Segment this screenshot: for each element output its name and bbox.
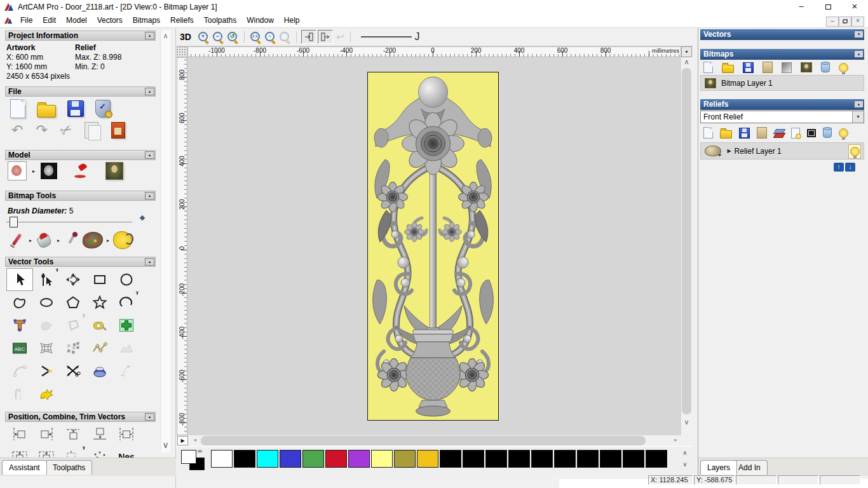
palette-swatch-8[interactable] xyxy=(394,450,416,468)
collapse-button[interactable]: ▲ xyxy=(854,50,864,58)
zoom-out-icon[interactable]: − xyxy=(212,30,225,44)
toggle-relief-visibility-icon[interactable] xyxy=(839,128,848,138)
bitmap-layer-row[interactable]: Bitmap Layer 1 xyxy=(700,75,864,91)
greyscale-model-icon[interactable] xyxy=(8,161,27,180)
mdi-restore-button[interactable] xyxy=(839,17,851,27)
text-block-tool[interactable]: ABC xyxy=(6,337,33,360)
delete-relief-layer-icon[interactable] xyxy=(823,128,832,138)
new-bitmap-layer-icon[interactable] xyxy=(703,62,713,73)
relief-texture-icon[interactable] xyxy=(757,127,767,139)
scroll-left-icon[interactable]: < xyxy=(190,436,201,445)
relief-layer-row[interactable]: + ▶ Relief Layer 1 xyxy=(700,142,864,159)
palette-swatch-2[interactable] xyxy=(257,450,278,468)
pan-back-icon-disabled[interactable]: ↩ xyxy=(336,29,344,44)
palette-swatch-9[interactable] xyxy=(417,450,438,468)
vertical-scrollbar[interactable]: ∧ ∨ xyxy=(681,57,692,435)
mdi-minimize-button[interactable]: – xyxy=(826,17,839,27)
tab-toolpaths[interactable]: Toolpaths xyxy=(46,460,92,475)
flyout-arrow-icon[interactable]: ▸ xyxy=(57,238,60,243)
menu-file[interactable]: File xyxy=(15,14,37,27)
scroll-down-icon[interactable]: ∨ xyxy=(682,418,691,426)
palette-swatch-19[interactable] xyxy=(646,450,667,468)
paint-icon[interactable] xyxy=(9,232,25,248)
redo-icon[interactable]: ↷ xyxy=(36,123,47,138)
colour-palette-icon[interactable] xyxy=(83,232,103,248)
relief-select-dropdown[interactable]: Front Relief ▼ xyxy=(700,111,864,123)
horizontal-scrollbar-thumb[interactable] xyxy=(201,436,646,445)
page-forward-button[interactable]: ▶ xyxy=(177,436,188,445)
nesting-tool[interactable]: Nes xyxy=(113,446,140,458)
paste-icon[interactable] xyxy=(85,122,98,139)
create-rectangle-tool[interactable] xyxy=(86,268,113,291)
palette-swatch-14[interactable] xyxy=(531,450,553,468)
tab-layers[interactable]: Layers xyxy=(700,460,737,475)
palette-scroll-down-icon[interactable]: ∨ xyxy=(680,461,690,468)
ruler-units-dropdown[interactable]: ▼ xyxy=(681,46,692,57)
dropdown-icon[interactable]: ▼ xyxy=(852,111,864,123)
ruler-origin-button[interactable] xyxy=(177,46,187,57)
palette-swatch-4[interactable] xyxy=(302,450,324,468)
palette-swatch-18[interactable] xyxy=(623,450,644,468)
offset-vector-tool-disabled[interactable] xyxy=(60,314,86,337)
collapse-button[interactable]: ▲ xyxy=(145,32,154,39)
brush-diameter-slider-track[interactable] xyxy=(6,222,132,222)
palette-swatch-15[interactable] xyxy=(554,450,576,468)
horizontal-scrollbar[interactable]: ▶ < > xyxy=(176,435,681,446)
greyscale-icon[interactable] xyxy=(782,62,792,73)
save-relief-layer-icon[interactable] xyxy=(739,128,750,139)
create-star-tool[interactable] xyxy=(86,291,113,314)
menu-reliefs[interactable]: Reliefs xyxy=(165,14,199,27)
create-text-tool[interactable] xyxy=(6,314,33,337)
envelope-distortion-tool[interactable] xyxy=(33,337,60,360)
scroll-down-icon[interactable]: ∨ xyxy=(161,440,170,450)
collapse-button[interactable]: ▲ xyxy=(145,192,154,200)
arc-fit-tool-disabled[interactable] xyxy=(6,360,33,383)
scroll-up-icon[interactable]: ∧ xyxy=(682,58,691,66)
join-vectors-tool[interactable] xyxy=(33,360,60,383)
menu-help[interactable]: Help xyxy=(279,14,305,27)
model-check-icon[interactable] xyxy=(95,100,111,118)
move-layer-up-button[interactable]: ↑ xyxy=(834,163,844,172)
block-copy-tool[interactable] xyxy=(60,337,86,360)
expand-button[interactable]: ▼ xyxy=(854,30,864,38)
mirror-vectors-tool-disabled[interactable] xyxy=(6,383,33,405)
invert-model-icon[interactable] xyxy=(41,163,57,179)
scroll-right-icon[interactable]: > xyxy=(670,436,681,445)
transform-vectors-tool[interactable] xyxy=(60,268,86,291)
assistant-scrollbar[interactable]: ∧ ∨ xyxy=(160,30,170,452)
create-polyline-tool[interactable] xyxy=(6,291,33,314)
lighting-icon[interactable] xyxy=(72,163,89,179)
palette-swatch-11[interactable] xyxy=(463,450,484,468)
free-curve-tool-disabled[interactable] xyxy=(113,360,140,383)
measure-tool[interactable] xyxy=(86,314,113,337)
texture-icon[interactable] xyxy=(763,62,773,73)
palette-swatch-10[interactable] xyxy=(440,450,461,468)
primary-secondary-colours[interactable]: ∞ xyxy=(181,450,209,471)
save-model-icon[interactable] xyxy=(67,100,84,117)
zoom-previous-icon[interactable]: ↺ xyxy=(226,30,240,44)
open-model-icon[interactable] xyxy=(37,105,56,118)
palette-swatch-6[interactable] xyxy=(348,450,370,468)
scroll-up-icon[interactable]: ∧ xyxy=(161,32,170,40)
zoom-1to1-icon[interactable]: 1:1 xyxy=(249,30,262,44)
menu-edit[interactable]: Edit xyxy=(37,14,61,27)
vertical-scrollbar-thumb[interactable] xyxy=(682,68,691,414)
fit-curve-tool[interactable] xyxy=(86,337,113,360)
align-right-tool[interactable] xyxy=(33,423,60,445)
paste-array-tool[interactable] xyxy=(60,446,86,458)
create-arc-tool[interactable] xyxy=(113,291,140,314)
move-layer-down-button[interactable]: ↓ xyxy=(845,163,855,172)
bitmap-to-vector-icon[interactable] xyxy=(113,231,132,249)
align-bottom-tool[interactable] xyxy=(86,423,113,445)
menu-window[interactable]: Window xyxy=(241,14,279,27)
export-package-icon[interactable] xyxy=(111,122,125,139)
flyout-arrow-icon[interactable]: ▸ xyxy=(32,168,35,174)
flood-fill-icon[interactable] xyxy=(36,232,53,248)
vector-doctor-tool[interactable] xyxy=(33,383,60,405)
mdi-close-button[interactable]: × xyxy=(851,17,864,27)
save-bitmap-layer-icon[interactable] xyxy=(743,62,754,73)
align-left-tool[interactable] xyxy=(6,423,33,445)
palette-swatch-12[interactable] xyxy=(485,450,507,468)
menu-toolpaths[interactable]: Toolpaths xyxy=(199,14,241,27)
load-image-icon[interactable] xyxy=(105,162,123,180)
